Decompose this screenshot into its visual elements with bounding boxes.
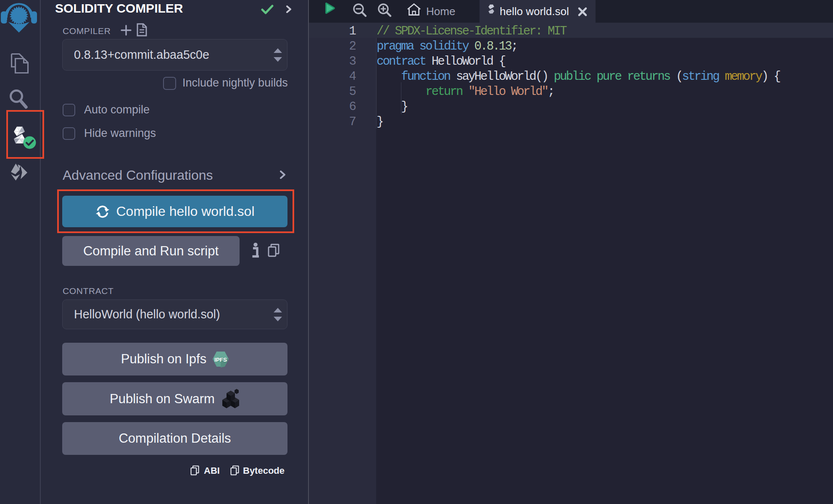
svg-text:IPFS: IPFS (214, 357, 227, 363)
